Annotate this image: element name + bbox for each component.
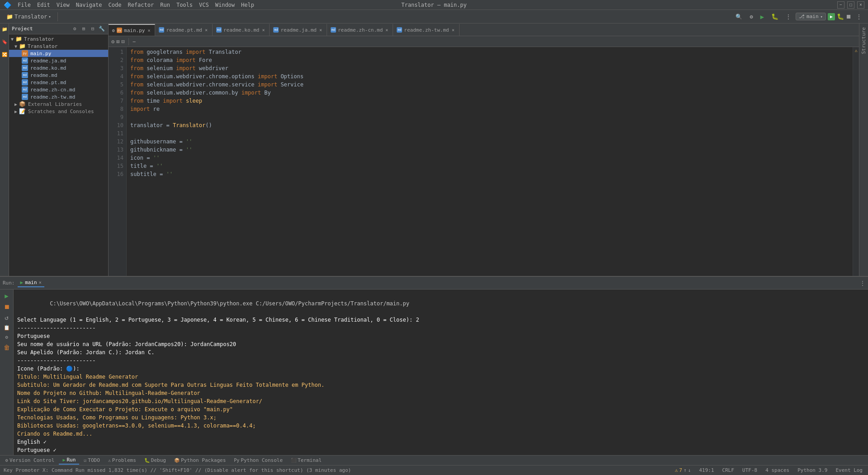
run-filter-icon[interactable]: ⚙ (4, 333, 9, 341)
tab-md-icon5: md (397, 27, 402, 33)
external-libraries[interactable]: ▶ 📦 External Libraries (9, 100, 108, 108)
tab-close-pt[interactable]: × (204, 28, 209, 33)
menu-item-file[interactable]: File (15, 1, 33, 9)
tab-readme-zhtw[interactable]: md readme.zh-tw.md × (393, 24, 459, 36)
tab-readme-ja[interactable]: md readme.ja.md × (270, 24, 327, 36)
sidebar-icon-project[interactable]: 📁 (1, 25, 8, 33)
branch-name[interactable]: main (806, 14, 819, 19)
file-readme-ja[interactable]: md readme.ja.md (9, 57, 108, 64)
sidebar-icon-vcs[interactable]: 🔀 (1, 51, 8, 58)
run-more-icon[interactable]: ⋮ (860, 280, 865, 286)
project-folder-icon: 📁 (15, 36, 22, 42)
tab-debug[interactable]: 🐛 Debug (141, 456, 170, 464)
editor-collapse-icon[interactable]: ⊟ (121, 38, 124, 45)
right-panel-icon1[interactable]: Structure (861, 25, 867, 56)
settings-icon2[interactable]: 🔧 (98, 25, 105, 33)
run-right-tools: ⋮ (860, 280, 865, 286)
tab-close-zhcn[interactable]: × (384, 28, 389, 33)
menu-item-help[interactable]: Help (238, 1, 257, 9)
run-tab-close[interactable]: × (39, 280, 42, 285)
run-share-icon[interactable]: 🗑 (3, 343, 11, 352)
tab-python-console[interactable]: Py Python Console (230, 456, 286, 464)
run-config[interactable]: ▶ (828, 13, 835, 20)
menu-item-tools[interactable]: Tools (174, 1, 195, 9)
tab-close-main[interactable]: × (147, 28, 151, 33)
folder-icon: 📁 (6, 14, 13, 20)
menu-item-code[interactable]: Code (106, 1, 124, 9)
line-col[interactable]: 419:1 (697, 467, 716, 473)
debug-config[interactable]: 🐛 (837, 13, 844, 20)
run-stop-icon[interactable]: ⏹ (3, 302, 11, 311)
project-dropdown[interactable]: 📁 Translator ▾ (4, 13, 54, 21)
warning-count[interactable]: ⚠ 7 ↑ ↓ (673, 467, 693, 473)
debug-button[interactable]: 🐛 (768, 12, 781, 21)
maximize-button[interactable]: □ (847, 1, 854, 9)
more-actions[interactable]: ⋮ (854, 13, 864, 21)
scratches-item[interactable]: ▶ 📝 Scratches and Consoles (9, 108, 108, 115)
run-play-icon[interactable]: ▶ (4, 291, 9, 300)
packages-label: Python Packages (181, 457, 226, 463)
search-icon[interactable]: 🔍 (733, 13, 745, 21)
tab-problems[interactable]: ⚠ Problems (104, 456, 140, 464)
menu-item-window[interactable]: Window (213, 1, 237, 9)
file-readme-zhtw[interactable]: md readme.zh-tw.md (9, 93, 108, 100)
warning-indicator: ⚠ (853, 48, 859, 53)
terminal-output[interactable]: C:\Users\OWO\AppData\Local\Programs\Pyth… (14, 290, 868, 455)
tab-version-control[interactable]: ⚙ Version Control (2, 456, 58, 464)
bottom-section: Run: ▶ main × ⋮ ▶ ⏹ ↺ 📋 ⚙ 🗑 (0, 276, 868, 475)
close-button[interactable]: × (857, 1, 864, 9)
tab-todo[interactable]: ☑ TODO (80, 456, 104, 464)
tab-readme-ko[interactable]: md readme.ko.md × (213, 24, 270, 36)
translator-folder-label: Translator (28, 43, 57, 49)
menu-item-refactor[interactable]: Refactor (125, 1, 157, 9)
run-scroll-icon[interactable]: 📋 (3, 324, 11, 332)
run-button[interactable]: ▶ (758, 12, 767, 21)
file-readme-zhcn[interactable]: md readme.zh-cn.md (9, 86, 108, 93)
file-main-py[interactable]: py main.py (9, 50, 108, 57)
editor-minus-icon[interactable]: − (133, 38, 136, 45)
menu-item-run[interactable]: Run (157, 1, 173, 9)
sidebar-icon-structure[interactable]: 🔖 (1, 38, 8, 45)
stop-button[interactable]: ⏹ (846, 13, 852, 20)
run-tab-main[interactable]: ▶ main × (18, 279, 44, 287)
tab-close-zhtw[interactable]: × (451, 28, 455, 33)
more-button[interactable]: ⋮ (783, 13, 794, 21)
tab-terminal[interactable]: ⬛ Terminal (287, 456, 325, 464)
collapse-icon[interactable]: ⊟ (89, 25, 96, 33)
tab-readme-pt[interactable]: md readme.pt.md × (155, 24, 213, 36)
tab-readme-zhcn[interactable]: md readme.zh-cn.md × (327, 24, 393, 36)
code-line-3: from selenium import webdriver (130, 64, 849, 72)
tab-run[interactable]: ▶ Run (59, 456, 79, 465)
editor-gear-icon[interactable]: ⚙ (111, 38, 114, 45)
line-ending[interactable]: CRLF (721, 467, 736, 473)
translator-folder[interactable]: ▼ 📁 Translator (9, 43, 108, 50)
minimize-button[interactable]: − (837, 1, 844, 9)
tab-main-py[interactable]: ⚙ py main.py × (109, 24, 155, 36)
tab-close-ko[interactable]: × (261, 28, 266, 33)
cog-icon[interactable]: ⚙ (71, 25, 78, 33)
python-version[interactable]: Python 3.9 (796, 467, 829, 473)
indent[interactable]: 4 spaces (764, 467, 791, 473)
menu-item-edit[interactable]: Edit (34, 1, 53, 9)
event-log[interactable]: Event Log (834, 467, 864, 473)
tab-python-packages[interactable]: 📦 Python Packages (171, 456, 229, 464)
code-line-12: githubusername = '' (130, 138, 849, 146)
menu-item-view[interactable]: View (54, 1, 72, 9)
file-readme-ko[interactable]: md readme.ko.md (9, 64, 108, 71)
editor-expand-icon[interactable]: ⊞ (116, 38, 119, 45)
encoding[interactable]: UTF-8 (740, 467, 759, 473)
tab-readme-pt-label: readme.pt.md (166, 27, 202, 33)
menu-item-navigate[interactable]: Navigate (73, 1, 105, 9)
expand-icon[interactable]: ⊞ (80, 25, 87, 33)
file-readme-md[interactable]: md readme.md (9, 71, 108, 79)
run-rerun-icon[interactable]: ↺ (4, 313, 9, 322)
menu-item-vcs[interactable]: VCS (196, 1, 212, 9)
settings-icon[interactable]: ⚙ (747, 13, 755, 21)
project-root[interactable]: ▼ 📁 Translator (9, 35, 108, 43)
code-content[interactable]: from googletrans import Translator from … (127, 47, 853, 276)
file-readme-pt[interactable]: md readme.pt.md (9, 79, 108, 86)
terminal-icon: ⬛ (291, 458, 296, 463)
tab-close-ja[interactable]: × (318, 28, 323, 33)
run-tab-icon: ▶ (20, 280, 24, 285)
tabs-bar: ⚙ py main.py × md readme.pt.md × md read… (109, 24, 859, 36)
